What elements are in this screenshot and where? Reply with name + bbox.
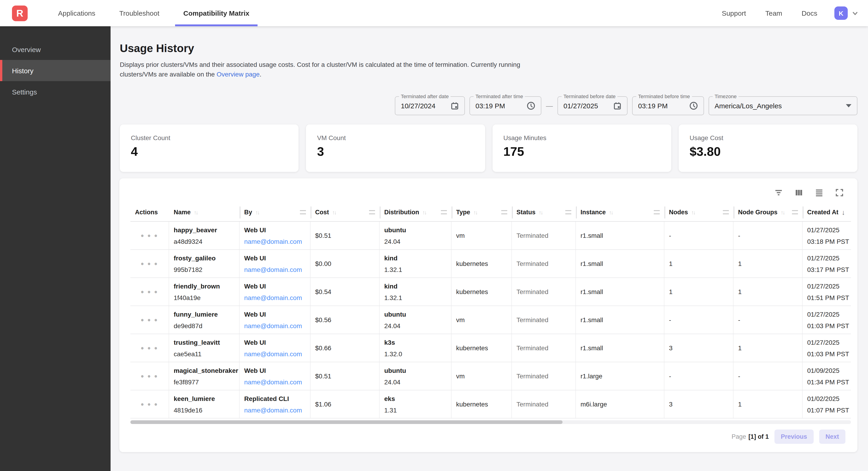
created-by-email-link[interactable]: name@domain.com	[244, 238, 306, 245]
sort-icon[interactable]: ↑↓	[781, 209, 784, 215]
density-icon[interactable]	[815, 188, 823, 197]
terminated-before-time-value[interactable]: 03:19 PM	[638, 102, 668, 110]
nav-link-docs[interactable]: Docs	[792, 9, 827, 17]
nav-link-team[interactable]: Team	[755, 9, 792, 17]
column-menu-icon[interactable]	[300, 210, 306, 214]
column-menu-icon[interactable]	[369, 210, 375, 214]
type-value: vm	[456, 232, 507, 239]
table-row: ● ● ● friendly_brown 1f40a19e Web UI nam…	[130, 278, 851, 306]
overview-page-link[interactable]: Overview page	[217, 70, 259, 78]
column-menu-icon[interactable]	[723, 210, 729, 214]
clock-icon[interactable]	[683, 101, 698, 110]
sidebar-item-history[interactable]: History	[0, 60, 111, 81]
column-header-name[interactable]: Name ↑↓	[169, 203, 240, 221]
sort-icon[interactable]: ↑↓	[473, 209, 477, 215]
column-header-instance[interactable]: Instance ↑↓	[576, 203, 664, 221]
next-button[interactable]: Next	[819, 430, 845, 444]
column-header-created-at[interactable]: Created At ↓	[803, 203, 851, 221]
cost-value: $0.54	[315, 288, 375, 295]
sort-icon[interactable]: ↑↓	[609, 209, 613, 215]
created-by-email-link[interactable]: name@domain.com	[244, 406, 306, 414]
terminated-after-time-value[interactable]: 03:19 PM	[475, 102, 505, 110]
row-actions-menu-icon[interactable]: ● ● ●	[141, 317, 158, 323]
column-menu-icon[interactable]	[565, 210, 571, 214]
scrollbar-thumb[interactable]	[130, 420, 563, 424]
column-header-type[interactable]: Type ↑↓	[452, 203, 512, 221]
terminated-after-date-value[interactable]: 10/27/2024	[401, 102, 435, 110]
sort-desc-icon[interactable]: ↓	[842, 208, 845, 216]
terminated-before-date-field[interactable]: Terminated before date 01/27/2025	[557, 96, 627, 115]
created-by-email-link[interactable]: name@domain.com	[244, 350, 306, 357]
row-actions-menu-icon[interactable]: ● ● ●	[141, 232, 158, 239]
nav-link-support[interactable]: Support	[712, 9, 755, 17]
created-by-email-link[interactable]: name@domain.com	[244, 378, 306, 385]
column-header-distribution[interactable]: Distribution ↑↓	[380, 203, 452, 221]
sidebar-item-settings[interactable]: Settings	[0, 81, 111, 102]
avatar[interactable]: K	[834, 6, 848, 20]
column-header-cost[interactable]: Cost ↑↓	[311, 203, 380, 221]
row-actions-menu-icon[interactable]: ● ● ●	[141, 373, 158, 379]
terminated-before-time-field[interactable]: Terminated before time 03:19 PM	[632, 96, 704, 115]
calendar-icon[interactable]	[607, 101, 621, 110]
description-suffix: .	[259, 70, 261, 78]
sort-icon[interactable]: ↑↓	[194, 209, 198, 215]
column-header-node-groups[interactable]: Node Groups ↑↓	[734, 203, 803, 221]
row-instance-cell: r1.small	[576, 278, 664, 305]
tab-applications[interactable]: Applications	[46, 0, 107, 26]
terminated-before-date-value[interactable]: 01/27/2025	[563, 102, 598, 110]
row-instance-cell: r1.large	[576, 362, 664, 390]
sort-icon[interactable]: ↑↓	[255, 209, 259, 215]
column-header-by[interactable]: By ↑↓	[240, 203, 311, 221]
clock-icon[interactable]	[520, 101, 535, 110]
row-actions-menu-icon[interactable]: ● ● ●	[141, 289, 158, 295]
row-actions-menu-icon[interactable]: ● ● ●	[141, 260, 158, 267]
replicated-logo[interactable]: R	[12, 5, 28, 21]
terminated-after-time-field[interactable]: Terminated after time 03:19 PM	[469, 96, 541, 115]
stat-card-usage-minutes: Usage Minutes 175	[492, 124, 671, 172]
column-header-status[interactable]: Status ↑↓	[512, 203, 576, 221]
sort-icon[interactable]: ↑↓	[539, 209, 542, 215]
distribution-name: ubuntu	[384, 226, 446, 233]
tab-troubleshoot[interactable]: Troubleshoot	[107, 0, 172, 26]
column-menu-icon[interactable]	[441, 210, 447, 214]
row-actions-menu-icon[interactable]: ● ● ●	[141, 401, 158, 407]
terminated-after-date-field[interactable]: Terminated after date 10/27/2024	[395, 96, 465, 115]
previous-button[interactable]: Previous	[774, 430, 813, 444]
sort-icon[interactable]: ↑↓	[332, 209, 336, 215]
fullscreen-icon[interactable]	[835, 188, 844, 197]
column-menu-icon[interactable]	[792, 210, 798, 214]
row-by-cell: Web UI name@domain.com	[240, 278, 311, 305]
timezone-value[interactable]: America/Los_Angeles	[715, 102, 782, 110]
node-groups-value: -	[738, 372, 798, 380]
row-node-groups-cell: 1	[734, 390, 803, 418]
filter-icon[interactable]	[774, 188, 783, 197]
columns-icon[interactable]	[795, 188, 803, 197]
column-label: Status	[517, 209, 535, 216]
row-distribution-cell: eks 1.31	[380, 390, 452, 418]
column-menu-icon[interactable]	[654, 210, 660, 214]
cost-value: $1.06	[315, 401, 375, 408]
row-node-groups-cell: -	[734, 306, 803, 334]
sort-icon[interactable]: ↑↓	[691, 209, 695, 215]
row-by-cell: Web UI name@domain.com	[240, 250, 311, 277]
created-by-email-link[interactable]: name@domain.com	[244, 294, 306, 301]
tab-compatibility-matrix[interactable]: Compatibility Matrix	[172, 0, 261, 26]
row-status-cell: Terminated	[512, 390, 576, 418]
dropdown-arrow-icon[interactable]	[846, 104, 851, 107]
chevron-down-icon[interactable]	[851, 9, 859, 17]
row-actions-menu-icon[interactable]: ● ● ●	[141, 345, 158, 351]
sort-icon[interactable]: ↑↓	[423, 209, 426, 215]
timezone-select[interactable]: Timezone America/Los_Angeles	[709, 96, 858, 115]
sidebar-item-overview[interactable]: Overview	[0, 39, 111, 60]
column-menu-icon[interactable]	[501, 210, 507, 214]
row-name-cell: friendly_brown 1f40a19e	[169, 278, 240, 305]
calendar-icon[interactable]	[444, 101, 459, 110]
cost-value: $0.66	[315, 344, 375, 352]
created-by-email-link[interactable]: name@domain.com	[244, 322, 306, 329]
status-value: Terminated	[517, 232, 571, 239]
row-nodes-cell: 1	[664, 278, 734, 305]
created-date: 01/02/2025	[807, 395, 846, 402]
page-info: [1] of 1	[748, 433, 769, 440]
created-by-email-link[interactable]: name@domain.com	[244, 266, 306, 273]
column-header-nodes[interactable]: Nodes ↑↓	[664, 203, 734, 221]
